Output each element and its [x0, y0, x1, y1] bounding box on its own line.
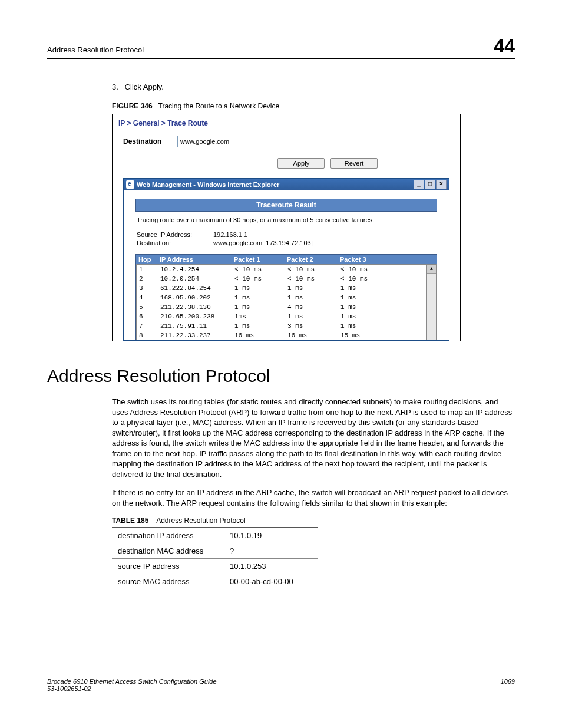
- col-packet3: Packet 3: [338, 255, 391, 264]
- hops-row: 210.2.0.254< 10 ms< 10 ms< 10 ms: [137, 274, 426, 284]
- traceroute-popup: Web Management - Windows Internet Explor…: [123, 178, 449, 341]
- hops-row: 361.222.84.2541 ms1 ms1 ms: [137, 284, 426, 293]
- arp-table: destination IP address10.1.0.19destinati…: [112, 527, 318, 589]
- scroll-up-icon[interactable]: ▲: [427, 265, 436, 274]
- col-packet2: Packet 2: [285, 255, 338, 264]
- minimize-button[interactable]: _: [414, 180, 424, 189]
- destination2-value: www.google.com [173.194.72.103]: [213, 239, 313, 246]
- hops-row: 5211.22.38.1301 ms4 ms1 ms: [137, 302, 426, 312]
- page-header: Address Resolution Protocol 44: [47, 35, 515, 59]
- table-row: destination IP address10.1.0.19: [112, 528, 318, 543]
- figure-label: FIGURE 346: [112, 102, 153, 110]
- hops-row: 8211.22.33.23716 ms16 ms15 ms: [137, 331, 426, 340]
- step-text: Click Apply.: [125, 83, 164, 91]
- figure-346: IP > General > Trace Route Destination A…: [112, 114, 461, 341]
- popup-title: Web Management - Windows Internet Explor…: [137, 181, 279, 188]
- table-label: TABLE 185: [112, 516, 148, 525]
- revert-button[interactable]: Revert: [330, 158, 378, 169]
- col-ip: IP Address: [157, 255, 232, 264]
- destination-row: Destination: [113, 136, 460, 158]
- table-row: source IP address10.1.0.253: [112, 559, 318, 574]
- destination-label: Destination: [123, 137, 177, 146]
- page-number: 1069: [501, 678, 515, 692]
- arp-paragraph-2: If there is no entry for an IP address i…: [112, 487, 515, 508]
- figure-caption: FIGURE 346 Tracing the Route to a Networ…: [112, 102, 515, 110]
- source-ip-row: Source IP Address: 192.168.1.1: [135, 230, 437, 239]
- step-3: 3. Click Apply.: [112, 83, 515, 91]
- breadcrumb: IP > General > Trace Route: [113, 114, 460, 136]
- ie-icon: [126, 180, 134, 189]
- page-footer: Brocade 6910 Ethernet Access Switch Conf…: [47, 678, 515, 692]
- figure-title: Tracing the Route to a Network Device: [158, 102, 280, 110]
- table-row: source MAC address00-00-ab-cd-00-00: [112, 574, 318, 589]
- footer-doc-title: Brocade 6910 Ethernet Access Switch Conf…: [47, 678, 217, 685]
- maximize-button[interactable]: □: [425, 180, 435, 189]
- table-row: destination MAC address?: [112, 543, 318, 559]
- table-caption: TABLE 185 Address Resolution Protocol: [112, 516, 515, 525]
- window-controls: _□×: [413, 180, 447, 189]
- hops-row: 4168.95.90.2021 ms1 ms1 ms: [137, 293, 426, 302]
- source-ip-label: Source IP Address:: [137, 231, 213, 238]
- chapter-number: 44: [494, 35, 515, 57]
- close-button[interactable]: ×: [436, 180, 447, 189]
- popup-titlebar: Web Management - Windows Internet Explor…: [124, 179, 449, 190]
- table-title: Address Resolution Protocol: [156, 516, 245, 525]
- destination-input[interactable]: [177, 136, 289, 147]
- button-row: Apply Revert: [113, 158, 460, 178]
- destination-result-row: Destination: www.google.com [173.194.72.…: [135, 239, 437, 247]
- hops-row: 110.2.4.254< 10 ms< 10 ms< 10 ms: [137, 265, 426, 274]
- hops-body: 110.2.4.254< 10 ms< 10 ms< 10 ms210.2.0.…: [136, 264, 427, 340]
- apply-button[interactable]: Apply: [277, 158, 325, 169]
- hops-row: 7211.75.91.111 ms3 ms1 ms: [137, 321, 426, 331]
- arp-paragraph-1: The switch uses its routing tables (for …: [112, 397, 515, 479]
- scrollbar[interactable]: ▲: [427, 264, 437, 340]
- hops-header: Hop IP Address Packet 1 Packet 2 Packet …: [136, 255, 437, 264]
- tracing-note: Tracing route over a maximum of 30 hops,…: [135, 212, 437, 230]
- col-hop: Hop: [136, 255, 157, 264]
- source-ip-value: 192.168.1.1: [213, 231, 247, 238]
- footer-doc-id: 53-1002651-02: [47, 685, 217, 692]
- hops-table: Hop IP Address Packet 1 Packet 2 Packet …: [135, 254, 437, 340]
- step-number: 3.: [112, 83, 118, 91]
- hops-row: 6210.65.200.2381ms1 ms1 ms: [137, 312, 426, 321]
- destination2-label: Destination:: [137, 239, 213, 246]
- header-topic: Address Resolution Protocol: [47, 45, 144, 54]
- col-packet1: Packet 1: [232, 255, 285, 264]
- section-heading: Address Resolution Protocol: [47, 366, 515, 386]
- traceroute-result-header: Traceroute Result: [135, 199, 437, 212]
